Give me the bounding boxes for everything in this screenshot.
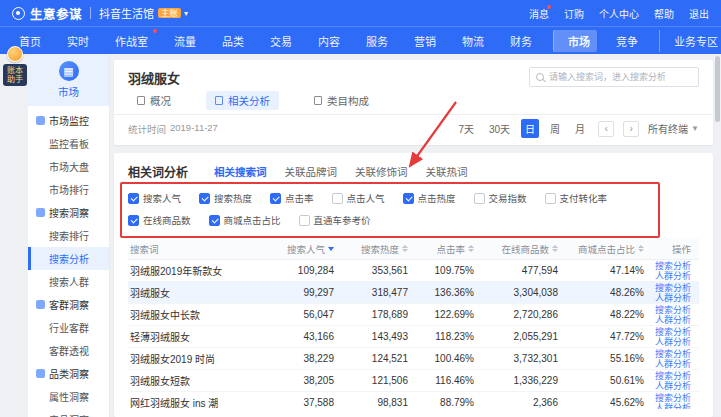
topbar-link[interactable]: 退出 xyxy=(689,6,709,21)
search-heat-cell: 121,506 xyxy=(342,375,416,386)
sidebar-item[interactable]: 属性洞察 xyxy=(28,385,109,408)
search-term-cell: 羽绒服女 xyxy=(128,285,268,300)
table-row[interactable]: 羽绒服女中长款 56,047 178,689 122.69% 2,720,286… xyxy=(128,304,699,326)
sidebar-item[interactable]: 市场监控 xyxy=(28,109,109,132)
sidebar-item-label: 行业客群 xyxy=(49,320,89,335)
metric-checkbox[interactable]: 支付转化率 xyxy=(545,191,608,205)
scrollbar-thumb[interactable] xyxy=(715,56,720,122)
page-tab[interactable]: 相关分析 xyxy=(206,91,279,110)
search-analysis-link[interactable]: 搜索分析 xyxy=(655,393,691,403)
date-range-button[interactable]: 7天 xyxy=(454,119,478,138)
search-analysis-link[interactable]: 搜索分析 xyxy=(655,371,691,381)
table-row[interactable]: 羽绒服2019年新款女 109,284 353,561 109.75% 477,… xyxy=(128,260,699,282)
topbar-link[interactable]: 个人中心 xyxy=(599,6,639,21)
sidebar-item[interactable]: 客群洞察 xyxy=(28,293,109,316)
column-header[interactable]: 商城点击占比 xyxy=(566,242,652,256)
crowd-analysis-link[interactable]: 人群分析 xyxy=(655,337,691,347)
topbar-link[interactable]: 帮助 xyxy=(654,6,674,21)
date-range-button[interactable]: 月 xyxy=(571,119,589,138)
column-header[interactable]: 搜索词 xyxy=(128,242,268,256)
column-header[interactable]: 搜索人气 xyxy=(268,242,342,256)
nav-item[interactable]: 业务专区 xyxy=(659,30,721,52)
analysis-tab[interactable]: 关联修饰词 xyxy=(355,164,408,179)
nav-item[interactable]: 品类 xyxy=(215,30,251,52)
analysis-tab[interactable]: 关联品牌词 xyxy=(285,164,338,179)
terminal-filter-dropdown[interactable]: 所有终端 ▼ xyxy=(648,121,699,136)
metric-checkbox[interactable]: 搜索人气 xyxy=(128,191,181,205)
sidebar-item[interactable]: 监控看板 xyxy=(28,132,109,155)
sidebar-item[interactable]: 产品洞察 xyxy=(28,408,109,417)
date-range-button[interactable]: 周 xyxy=(546,119,564,138)
crowd-analysis-link[interactable]: 人群分析 xyxy=(655,293,691,303)
next-date-button[interactable]: › xyxy=(623,121,639,137)
table-row[interactable]: 羽绒服女 99,297 318,477 136.36% 3,304,038 48… xyxy=(128,282,699,304)
stat-time: 统计时间 2019-11-27 xyxy=(128,122,218,136)
date-range-button[interactable]: 日 xyxy=(521,119,539,138)
metric-checkbox[interactable]: 点击人气 xyxy=(332,191,385,205)
column-header[interactable]: 操作 xyxy=(652,242,699,256)
column-header[interactable]: 在线商品数 xyxy=(482,242,566,256)
metric-checkbox[interactable]: 交易指数 xyxy=(474,191,527,205)
topbar-link[interactable]: 订购 xyxy=(564,6,584,21)
sidebar-item[interactable]: 搜索排行 xyxy=(28,224,109,247)
nav-item[interactable]: 交易 xyxy=(263,30,299,52)
page-tab[interactable]: 类目构成 xyxy=(305,91,378,110)
prev-date-button[interactable]: ‹ xyxy=(598,121,614,137)
metric-checkbox[interactable]: 点击率 xyxy=(270,191,314,205)
table-row[interactable]: 羽绒服女短款 38,205 121,506 116.46% 1,336,229 … xyxy=(128,370,699,392)
module-switcher[interactable]: ▦ 市场 xyxy=(28,54,109,106)
analysis-tab[interactable]: 相关搜索词 xyxy=(214,164,267,179)
crowd-analysis-link[interactable]: 人群分析 xyxy=(655,403,691,410)
nav-item[interactable]: 竞争 xyxy=(609,30,645,52)
sidebar-item-label: 搜索分析 xyxy=(49,251,89,266)
sidebar-item[interactable]: 行业客群 xyxy=(28,316,109,339)
search-analysis-link[interactable]: 搜索分析 xyxy=(655,305,691,315)
sidebar-item[interactable]: 搜索洞察 xyxy=(28,201,109,224)
shop-name[interactable]: 抖音生活馆 xyxy=(99,5,154,21)
search-input[interactable] xyxy=(549,72,692,82)
crowd-analysis-link[interactable]: 人群分析 xyxy=(655,359,691,369)
nav-item[interactable]: 实时 xyxy=(60,30,96,52)
floating-assistant-label: 账本助手 xyxy=(3,64,27,86)
search-analysis-link[interactable]: 搜索分析 xyxy=(655,283,691,293)
nav-item[interactable]: 营销 xyxy=(407,30,443,52)
search-analysis-link[interactable]: 搜索分析 xyxy=(655,327,691,337)
floating-assistant[interactable]: 账本助手 xyxy=(2,46,28,86)
nav-item[interactable]: 内容 xyxy=(311,30,347,52)
page-tab[interactable]: 概况 xyxy=(128,91,180,110)
nav-item[interactable]: 市场 xyxy=(553,30,597,52)
nav-item[interactable]: 物流 xyxy=(455,30,491,52)
sidebar-item[interactable]: 市场排行 xyxy=(28,178,109,201)
metric-checkbox[interactable]: 搜索热度 xyxy=(199,191,252,205)
table-row[interactable]: 羽绒服女2019 时尚 38,229 124,521 100.46% 3,732… xyxy=(128,348,699,370)
sidebar-item[interactable]: 搜索人群 xyxy=(28,270,109,293)
mall-click-ratio-cell: 45.62% xyxy=(566,397,652,408)
crowd-analysis-link[interactable]: 人群分析 xyxy=(655,271,691,281)
column-header[interactable]: 点击率 xyxy=(416,242,482,256)
sidebar-item[interactable]: 搜索分析 xyxy=(28,247,109,270)
analysis-tab[interactable]: 关联热词 xyxy=(426,164,468,179)
nav-item[interactable]: 作战室 xyxy=(108,30,155,52)
metric-checkbox[interactable]: 直通车参考价 xyxy=(299,213,371,227)
nav-item[interactable]: 服务 xyxy=(359,30,395,52)
crowd-analysis-link[interactable]: 人群分析 xyxy=(655,381,691,391)
crowd-analysis-link[interactable]: 人群分析 xyxy=(655,315,691,325)
metric-checkbox[interactable]: 点击热度 xyxy=(403,191,456,205)
sidebar-item[interactable]: 客群透视 xyxy=(28,339,109,362)
sidebar-item-label: 市场大盘 xyxy=(49,159,89,174)
topbar-link[interactable]: 消息 xyxy=(529,6,549,21)
column-header[interactable]: 搜索热度 xyxy=(342,242,416,256)
sidebar-item[interactable]: 品类洞察 xyxy=(28,362,109,385)
nav-item[interactable]: 流量 xyxy=(167,30,203,52)
date-range-button[interactable]: 30天 xyxy=(485,119,514,138)
table-row[interactable]: 网红羽绒服女 ins 潮 37,588 98,831 88.79% 2,366 … xyxy=(128,392,699,409)
metric-checkbox[interactable]: 在线商品数 xyxy=(128,213,191,227)
sidebar-item[interactable]: 市场大盘 xyxy=(28,155,109,178)
chevron-down-icon[interactable]: ▾ xyxy=(184,9,188,18)
table-row[interactable]: 轻薄羽绒服女 43,166 143,493 118.23% 2,055,291 … xyxy=(128,326,699,348)
search-analysis-link[interactable]: 搜索分析 xyxy=(655,349,691,359)
metric-checkbox[interactable]: 商城点击占比 xyxy=(209,213,281,227)
nav-item[interactable]: 财务 xyxy=(503,30,539,52)
app-logo[interactable]: 生意参谋 xyxy=(30,4,82,23)
search-analysis-link[interactable]: 搜索分析 xyxy=(655,261,691,271)
